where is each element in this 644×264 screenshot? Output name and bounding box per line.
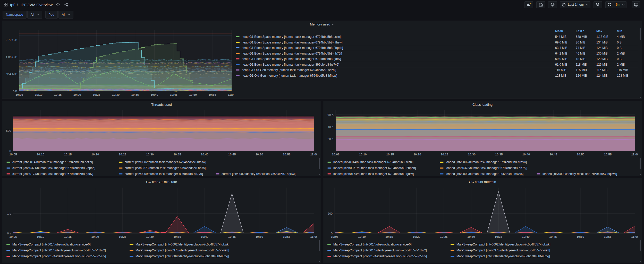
- legend-swatch: [327, 168, 331, 169]
- svg-text:10:25: 10:25: [93, 93, 100, 96]
- legend-value: 63.4 MiB: [555, 46, 576, 50]
- legend-swatch: [440, 162, 444, 163]
- cycle-view-mode-button[interactable]: [632, 1, 640, 8]
- panel-resize-handle[interactable]: [318, 260, 320, 262]
- gc-time-chart[interactable]: 10:0510:1010:1510:2010:2510:3010:3510:40…: [2, 185, 321, 241]
- svg-text:10:10: 10:10: [37, 153, 44, 156]
- legend-row[interactable]: heap G1 Eden Space memory [human-task-ma…: [236, 40, 638, 45]
- legend-item[interactable]: MarkSweepCompact [intv0002/identity-reso…: [451, 243, 550, 246]
- legend-item[interactable]: current [icon0371/human-task-manager-679…: [6, 166, 119, 170]
- legend-scrollbar[interactable]: [319, 158, 320, 169]
- legend-item[interactable]: loaded [intv0002/identity-resolution-7c5…: [537, 172, 617, 176]
- svg-text:10:15: 10:15: [386, 153, 394, 156]
- svg-text:954 MiB: 954 MiB: [6, 73, 18, 76]
- svg-text:40 K: 40 K: [327, 125, 334, 128]
- panel-title-class-loading[interactable]: Class loading: [323, 101, 642, 108]
- threads-used-chart[interactable]: 10:0510:1010:1510:2010:2510:3010:3510:40…: [2, 108, 321, 158]
- legend-item[interactable]: MarkSweepCompact [intv0009/identity-reso…: [130, 254, 229, 258]
- legend-swatch: [6, 256, 10, 257]
- panel-resize-handle[interactable]: [639, 96, 641, 98]
- legend-row[interactable]: heap G1 Eden Space memory [human-task-ma…: [236, 62, 638, 67]
- legend-label: loaded [intv0014/human-task-manager-6794…: [333, 160, 413, 164]
- panel-title-memory-used[interactable]: Memory used: [2, 21, 642, 28]
- panel-resize-handle[interactable]: [318, 173, 320, 175]
- legend-row[interactable]: heap G1 Eden Space memory [human-task-ma…: [236, 45, 638, 51]
- variable-label-pod: Pod: [45, 11, 58, 19]
- legend-item[interactable]: current [intv0002/human-task-manager-679…: [119, 160, 206, 164]
- svg-text:10:20: 10:20: [91, 235, 99, 238]
- legend-value: 0 B: [617, 41, 638, 44]
- variable-label-namespace: Namespace: [3, 11, 27, 19]
- memory-legend-table: Mean Last * Max Min heap G1 Eden Space m…: [234, 28, 642, 99]
- legend-row[interactable]: heap G1 Eden Space memory [human-task-ma…: [236, 56, 638, 62]
- class-loading-chart[interactable]: 10:0510:1010:1510:2010:2510:3010:3510:40…: [323, 108, 642, 158]
- refresh-button[interactable]: [605, 1, 614, 8]
- memory-used-chart[interactable]: 10:0510:1010:1510:2010:2510:3010:3510:40…: [2, 28, 234, 99]
- legend-item[interactable]: MarkSweepCompact [intv0014/identity-reso…: [6, 249, 130, 252]
- legend-item[interactable]: loaded [icon0174/human-task-manager-6794…: [327, 172, 440, 176]
- add-panel-button[interactable]: [524, 1, 533, 8]
- panel-resize-handle[interactable]: [639, 173, 641, 175]
- panel-resize-handle[interactable]: [639, 260, 641, 262]
- legend-item[interactable]: loaded [icon0373/human-task-manager-6794…: [440, 166, 527, 170]
- variable-namespace-dropdown[interactable]: All: [27, 11, 42, 19]
- legend-row[interactable]: heap G1 Old Gen memory [human-task-manag…: [236, 67, 638, 73]
- legend-item[interactable]: current [icon0373/human-task-manager-679…: [119, 166, 207, 170]
- legend-row[interactable]: heap G1 Eden Space memory [human-task-ma…: [236, 34, 638, 40]
- variable-label-text: Namespace: [6, 13, 23, 16]
- legend-scrollbar[interactable]: [319, 240, 320, 251]
- share-icon[interactable]: [64, 3, 68, 7]
- legend-item[interactable]: MarkSweepCompact [intv0002/identity-reso…: [130, 243, 230, 246]
- panel-title-threads-used[interactable]: Threads used: [2, 101, 321, 108]
- legend-scrollbar[interactable]: [640, 158, 641, 169]
- svg-text:10:45: 10:45: [228, 153, 236, 156]
- variable-value-text: All: [31, 13, 34, 16]
- variable-pod-dropdown[interactable]: All: [58, 11, 73, 19]
- svg-text:10:45: 10:45: [549, 153, 557, 156]
- legend-item[interactable]: MarkSweepCompact [icon0174/identity-reso…: [6, 254, 130, 258]
- legend-item[interactable]: MarkSweepCompact [icon0373/identity-reso…: [451, 249, 550, 252]
- star-icon[interactable]: [56, 3, 60, 7]
- legend-row[interactable]: heap G1 Eden Space memory [human-task-ma…: [236, 51, 638, 56]
- legend-item[interactable]: MarkSweepCompact [icon0174/identity-reso…: [327, 254, 451, 258]
- legend-value: 544 MiB: [555, 35, 576, 39]
- save-dashboard-button[interactable]: [536, 1, 545, 8]
- panel-title-gc-count[interactable]: GC count rate/min: [323, 178, 642, 185]
- dashboard-settings-button[interactable]: [548, 1, 557, 8]
- legend-item[interactable]: loaded [intv0002/human-task-manager-6794…: [440, 160, 527, 164]
- gc-count-chart[interactable]: 10:0510:1010:1510:2010:2510:3010:3510:40…: [323, 185, 642, 241]
- dashboards-grid-icon[interactable]: [4, 3, 8, 7]
- legend-item[interactable]: MarkSweepCompact [intv0014/identity-reso…: [327, 249, 451, 252]
- legend-item[interactable]: loaded [intv0014/human-task-manager-6794…: [327, 160, 440, 164]
- legend-swatch: [440, 168, 444, 169]
- svg-text:10:10: 10:10: [358, 235, 366, 238]
- panel-title-gc-time[interactable]: GC time / 1 min. rate: [2, 178, 321, 185]
- gc-count-legend: MarkSweepCompact [intv0014/ubs-notificat…: [323, 241, 642, 259]
- top-navbar: Ipf / IPF JVM Overview: [0, 0, 644, 9]
- legend-column-last[interactable]: Last *: [576, 29, 596, 33]
- refresh-interval-picker[interactable]: 5m: [614, 1, 626, 8]
- legend-scrollbar[interactable]: [640, 240, 641, 251]
- time-range-picker[interactable]: Last 1 hour: [560, 1, 590, 8]
- legend-item[interactable]: MarkSweepCompact [intv0009/identity-reso…: [451, 254, 550, 258]
- legend-item[interactable]: current [intv0014/human-task-manager-679…: [6, 160, 119, 164]
- breadcrumb-section[interactable]: Ipf: [10, 3, 14, 7]
- legend-item[interactable]: current [intv0009/human-task-manager-896…: [119, 172, 216, 176]
- svg-text:10:20: 10:20: [413, 235, 420, 238]
- legend-swatch: [236, 64, 240, 65]
- legend-label: current [icon0373/human-task-manager-679…: [125, 166, 207, 170]
- legend-item[interactable]: loaded [intv0009/human-task-manager-896d…: [440, 172, 537, 176]
- legend-item[interactable]: loaded [icon0371/human-task-manager-6794…: [327, 166, 440, 170]
- legend-item[interactable]: MarkSweepCompact [intv0014/ubs-notificat…: [6, 243, 130, 246]
- legend-column-mean[interactable]: Mean: [555, 29, 576, 33]
- legend-item[interactable]: current [intv0002/identity-resolution-7c…: [216, 172, 296, 176]
- legend-scrollbar[interactable]: [640, 28, 641, 40]
- legend-item[interactable]: MarkSweepCompact [intv0014/ubs-notificat…: [327, 243, 451, 246]
- legend-item[interactable]: current [icon0174/human-task-manager-679…: [6, 172, 119, 176]
- legend-row[interactable]: heap G1 Old Gen memory [human-task-manag…: [236, 73, 638, 78]
- legend-column-max[interactable]: Max: [596, 29, 617, 33]
- legend-column-min[interactable]: Min: [617, 29, 638, 33]
- legend-swatch: [236, 75, 240, 76]
- zoom-out-time-button[interactable]: [594, 1, 602, 8]
- legend-item[interactable]: MarkSweepCompact [icon0373/identity-reso…: [130, 249, 229, 252]
